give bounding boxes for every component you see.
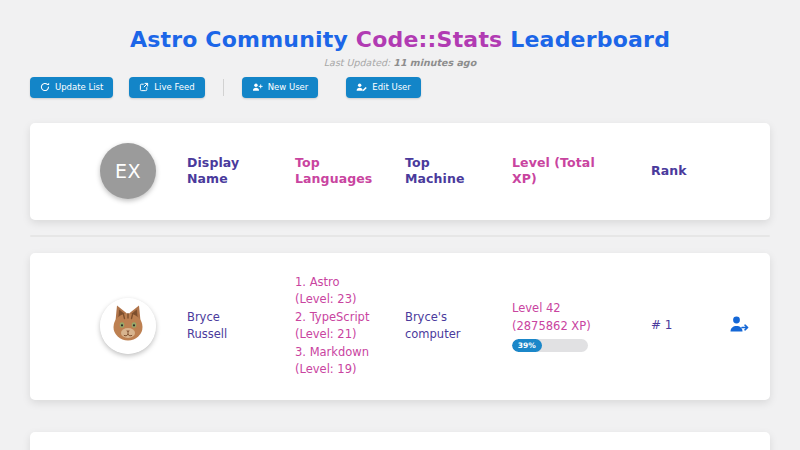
column-header-top-languages: Top Languages: [295, 155, 405, 187]
language-3-name: 3. Markdown: [295, 344, 390, 362]
last-updated-label: Last Updated:: [324, 57, 390, 68]
title-codestats-part: Code::Stats: [356, 27, 503, 52]
xp-progress-bar: 39%: [512, 339, 588, 352]
language-1-level: (Level: 23): [295, 291, 390, 309]
language-2-level: (Level: 21): [295, 326, 390, 344]
person-edit-icon: [356, 82, 367, 92]
external-link-icon: [139, 82, 149, 92]
title-community-part: Astro Community: [130, 27, 348, 52]
column-header-display-name: Display Name: [187, 155, 295, 187]
refresh-icon: [40, 82, 50, 92]
cat-avatar-image: [100, 298, 156, 354]
total-xp-value: (2875862 XP): [512, 318, 645, 336]
person-plus-icon: [252, 82, 263, 92]
toolbar: Update List Live Feed New User: [30, 77, 800, 98]
section-divider: [30, 235, 770, 237]
last-updated: Last Updated: 11 minutes ago: [0, 57, 800, 68]
display-name-cell: Bryce Russell: [187, 309, 295, 344]
toolbar-divider: [223, 79, 224, 96]
live-feed-label: Live Feed: [154, 82, 194, 92]
new-user-button[interactable]: New User: [242, 77, 319, 98]
example-avatar: EX: [100, 143, 156, 199]
update-list-button[interactable]: Update List: [30, 77, 113, 98]
language-3-level: (Level: 19): [295, 361, 390, 379]
row-action-column: [723, 314, 770, 338]
edit-user-button[interactable]: Edit User: [346, 77, 421, 98]
row-avatar-column: [100, 298, 187, 354]
column-header-top-machine: Top Machine: [405, 155, 512, 187]
column-header-level: Level (Total XP): [512, 155, 645, 187]
level-cell: Level 42 (2875862 XP) 39%: [512, 300, 645, 352]
top-machine-cell: Bryce's computer: [405, 309, 512, 344]
new-user-label: New User: [268, 82, 309, 92]
page-title: Astro Community Code::Stats Leaderboard: [0, 26, 800, 54]
header-avatar-column: EX: [100, 143, 187, 199]
column-header-rank: Rank: [645, 163, 723, 179]
last-updated-value: 11 minutes ago: [393, 57, 476, 68]
user-avatar: [100, 298, 156, 354]
leaderboard-row: Bryce Russell 1. Astro (Level: 23) 2. Ty…: [30, 253, 770, 400]
person-arrow-icon: [729, 314, 750, 337]
next-row-partial: [30, 432, 770, 450]
title-leaderboard-part: Leaderboard: [510, 27, 670, 52]
live-feed-button[interactable]: Live Feed: [129, 77, 204, 98]
update-list-label: Update List: [55, 82, 103, 92]
level-value: Level 42: [512, 300, 645, 318]
leaderboard-header-row: EX Display Name Top Languages Top Machin…: [30, 123, 770, 220]
xp-progress-fill: 39%: [512, 339, 542, 352]
view-user-button[interactable]: [729, 314, 750, 337]
edit-user-label: Edit User: [372, 82, 411, 92]
language-1-name: 1. Astro: [295, 274, 390, 292]
xp-progress-label: 39%: [518, 339, 536, 352]
language-2-name: 2. TypeScript: [295, 309, 390, 327]
top-languages-cell: 1. Astro (Level: 23) 2. TypeScript (Leve…: [295, 274, 405, 379]
rank-cell: # 1: [645, 317, 723, 335]
